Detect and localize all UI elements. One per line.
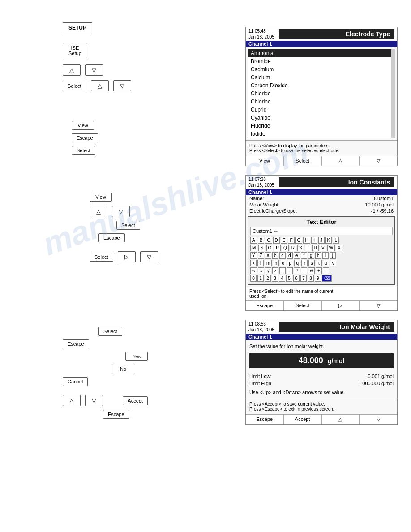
up-arrow-button-3[interactable]: △ (90, 206, 107, 217)
key-w[interactable]: w (250, 267, 257, 274)
key-L[interactable]: L (333, 237, 339, 244)
select-button-3[interactable]: Select (116, 221, 140, 230)
key-W[interactable]: W (327, 245, 335, 251)
down-arrow-button-5[interactable]: ▽ (85, 395, 103, 406)
setup-button[interactable]: SETUP (63, 22, 92, 33)
electrode-item[interactable]: Chlorine (248, 98, 395, 106)
cancel-button[interactable]: Cancel (63, 377, 88, 386)
key-0[interactable]: 0 (250, 275, 257, 282)
no-button[interactable]: No (112, 365, 134, 373)
key-F[interactable]: F (288, 237, 294, 244)
down-arrow-button-4[interactable]: ▽ (140, 251, 158, 262)
key-T[interactable]: T (305, 245, 311, 251)
key-x[interactable]: x (258, 267, 264, 274)
yes-button[interactable]: Yes (125, 352, 148, 361)
escape-button-3[interactable]: Escape (63, 339, 89, 348)
view-button[interactable]: View (72, 121, 94, 130)
electrode-item[interactable]: Cadmium (248, 65, 395, 73)
key-&[interactable]: & (308, 267, 315, 274)
key-?[interactable]: ? (294, 267, 300, 274)
electrode-item[interactable]: Carbon Dioxide (248, 82, 395, 90)
key-N[interactable]: N (258, 245, 265, 251)
key-y[interactable]: y (265, 267, 271, 274)
accept-button[interactable]: Accept (123, 396, 148, 405)
key-v[interactable]: v (330, 260, 336, 266)
down-arrow-button-3[interactable]: ▽ (112, 206, 130, 217)
up-arrow-button[interactable]: △ (63, 64, 81, 76)
screen2-right-btn[interactable]: ▷ (322, 301, 360, 310)
key-l[interactable]: l (257, 260, 264, 266)
key-1[interactable]: 1 (257, 275, 264, 282)
key-C[interactable]: C (265, 237, 272, 244)
key-a[interactable]: a (265, 252, 271, 259)
key-j[interactable]: j (330, 252, 336, 259)
key-i[interactable]: i (322, 252, 329, 259)
key-g[interactable]: g (308, 252, 314, 259)
select-button-4[interactable]: Select (90, 253, 113, 262)
text-editor-input[interactable]: Custom1 ← (250, 227, 393, 235)
key-R[interactable]: R (290, 245, 296, 251)
key-Z[interactable]: Z (258, 252, 264, 259)
key-8[interactable]: 8 (308, 275, 314, 282)
key-h[interactable]: h (315, 252, 321, 259)
screen2-escape-btn[interactable]: Escape (246, 301, 284, 310)
scrollbar[interactable] (391, 49, 395, 138)
key-A[interactable]: A (250, 237, 257, 244)
key-O[interactable]: O (266, 245, 274, 251)
right-arrow-button[interactable]: ▷ (118, 251, 136, 262)
screen1-up-btn[interactable]: △ (322, 156, 360, 166)
down-arrow-button-2[interactable]: ▽ (113, 80, 131, 91)
key-P[interactable]: P (274, 245, 281, 251)
down-arrow-button[interactable]: ▽ (85, 64, 103, 76)
electrode-item[interactable]: Bromide (248, 57, 395, 65)
key-t[interactable]: t (316, 260, 322, 266)
key-4[interactable]: 4 (279, 275, 285, 282)
key-u[interactable]: u (323, 260, 329, 266)
key-n[interactable]: n (273, 260, 279, 266)
screen3-accept-btn[interactable]: Accept (284, 415, 322, 424)
select-button-2[interactable]: Select (72, 146, 95, 155)
screen1-view-btn[interactable]: View (246, 156, 284, 166)
key-G[interactable]: G (295, 237, 303, 244)
select-button-5[interactable]: Select (98, 327, 122, 336)
key-+[interactable]: + (316, 267, 322, 274)
electrode-item[interactable]: Chloride (248, 90, 395, 98)
key-Q[interactable]: Q (282, 245, 289, 251)
key-k[interactable]: k (250, 260, 257, 266)
key-e[interactable]: e (294, 252, 300, 259)
screen2-select-btn[interactable]: Select (284, 301, 322, 310)
electrode-item[interactable]: Calcium (248, 73, 395, 82)
key-2[interactable]: 2 (265, 275, 271, 282)
key-m[interactable]: m (265, 260, 272, 266)
key-7[interactable]: 7 (300, 275, 307, 282)
key-o[interactable]: o (280, 260, 286, 266)
key-E[interactable]: E (281, 237, 287, 244)
key-I[interactable]: I (311, 237, 317, 244)
electrode-item[interactable]: Iodide (248, 130, 395, 138)
key-r[interactable]: r (301, 260, 308, 266)
key-M[interactable]: M (250, 245, 257, 251)
screen1-down-btn[interactable]: ▽ (360, 156, 397, 166)
screen3-down-btn[interactable]: ▽ (360, 415, 397, 424)
key--[interactable]: - (323, 267, 329, 274)
key-S[interactable]: S (297, 245, 304, 251)
screen2-down-btn[interactable]: ▽ (360, 301, 397, 310)
escape-button-4[interactable]: Escape (103, 410, 129, 419)
key-J[interactable]: J (318, 237, 325, 244)
key-s[interactable]: s (308, 260, 315, 266)
key-D[interactable]: D (273, 237, 280, 244)
escape-button[interactable]: Escape (72, 133, 98, 142)
key-9[interactable]: 9 (315, 275, 321, 282)
screen3-up-btn[interactable]: △ (322, 415, 360, 424)
key-f[interactable]: f (301, 252, 307, 259)
key-c[interactable]: c (279, 252, 286, 259)
key-q[interactable]: q (294, 260, 300, 266)
key-Y[interactable]: Y (250, 252, 257, 259)
electrode-item[interactable]: Ammonia (248, 49, 395, 57)
key-d[interactable]: d (287, 252, 293, 259)
key-⌫[interactable]: ⌫ (322, 275, 332, 282)
key-p[interactable]: p (287, 260, 293, 266)
key-V[interactable]: V (320, 245, 326, 251)
ise-setup-button[interactable]: ISE Setup (63, 43, 87, 58)
key-3[interactable]: 3 (272, 275, 278, 282)
